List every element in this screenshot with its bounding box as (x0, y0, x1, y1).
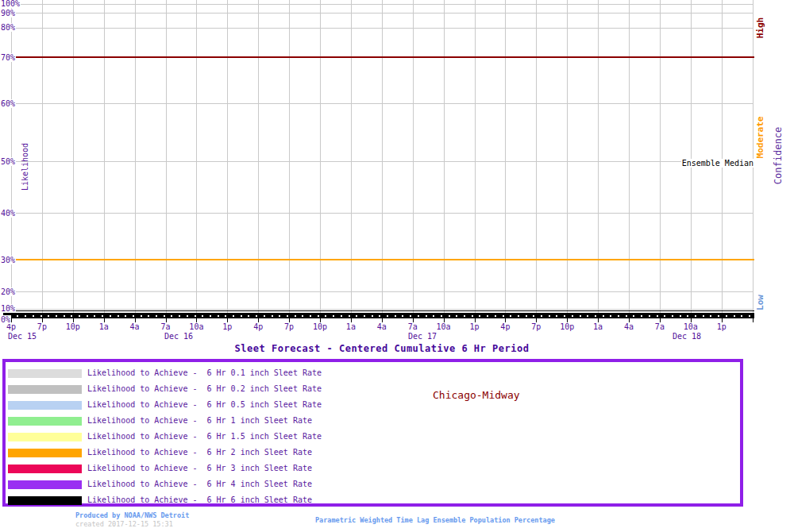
x-tick-label: 4a (369, 322, 395, 332)
vertical-gridline (227, 0, 228, 318)
x-tick-label: 4p (0, 322, 24, 332)
confidence-axis-label: Confidence (773, 127, 784, 184)
x-tick-label: 10p (60, 322, 86, 332)
x-tick-label: 7p (29, 322, 55, 332)
vertical-gridline (444, 0, 445, 318)
vertical-gridline (289, 0, 290, 318)
legend-row: Likelihood to Achieve - 6 Hr 1 inch Slee… (6, 413, 740, 429)
vertical-gridline (196, 0, 197, 318)
legend-label: Likelihood to Achieve - 6 Hr 3 inch Slee… (87, 464, 312, 473)
legend-box: Likelihood to Achieve - 6 Hr 0.1 inch Sl… (2, 359, 743, 507)
y-tick-label: 10% (0, 304, 16, 313)
x-tick-label: 10a (183, 322, 209, 332)
horizontal-gridline (11, 309, 753, 310)
produced-by-text: Produced by NOAA/NWS Detroit (75, 511, 189, 519)
legend-row: Likelihood to Achieve - 6 Hr 0.1 inch Sl… (6, 365, 740, 381)
horizontal-gridline (11, 28, 753, 29)
ensemble-median-line (3, 313, 754, 318)
vertical-gridline (567, 0, 568, 318)
horizontal-gridline (11, 4, 753, 5)
confidence-threshold-line (11, 259, 754, 260)
legend-row: Likelihood to Achieve - 6 Hr 2 inch Slee… (6, 445, 740, 461)
y-tick-label: 0% (0, 315, 11, 324)
confidence-level-label: Moderate (755, 117, 765, 159)
x-tick-label: 1p (214, 322, 240, 332)
y-tick-label: 90% (0, 9, 16, 17)
vertical-gridline (475, 0, 476, 318)
page-title: Sleet Forecast - Centered Cumulative 6 H… (11, 343, 753, 354)
legend-swatch (8, 385, 82, 394)
y-tick-label: 70% (0, 53, 16, 62)
legend-label: Likelihood to Achieve - 6 Hr 0.2 inch Sl… (87, 384, 322, 394)
horizontal-gridline (11, 213, 753, 214)
confidence-level-label: High (755, 17, 765, 39)
method-text: Parametric Weighted Time Lag Ensemble Po… (315, 516, 555, 524)
x-date-label: Dec 15 (8, 332, 37, 341)
legend-swatch (8, 401, 82, 410)
vertical-gridline (258, 0, 259, 318)
x-tick-label: 7a (400, 322, 426, 332)
x-tick-label: 4a (616, 322, 642, 332)
legend-label: Likelihood to Achieve - 6 Hr 1 inch Slee… (87, 416, 312, 426)
x-tick-label: 10a (431, 322, 457, 332)
vertical-gridline (42, 0, 43, 318)
legend-row: Likelihood to Achieve - 6 Hr 6 inch Slee… (6, 492, 740, 508)
y-tick-label: 50% (0, 157, 16, 166)
legend-swatch (8, 433, 82, 441)
x-date-label: Dec 17 (408, 332, 437, 341)
legend-swatch (8, 449, 82, 457)
y-tick-label: 40% (0, 209, 16, 218)
legend-label: Likelihood to Achieve - 6 Hr 0.1 inch Sl… (87, 368, 322, 378)
vertical-gridline (536, 0, 537, 318)
x-tick-label: 1a (585, 322, 611, 332)
vertical-gridline (320, 0, 321, 318)
vertical-gridline (135, 0, 136, 318)
vertical-gridline (351, 0, 352, 318)
y-axis-label: Likelihood (21, 143, 29, 191)
legend-swatch (8, 496, 82, 505)
vertical-gridline (166, 0, 167, 318)
x-tick-label: 1a (91, 322, 117, 332)
x-tick-label: 4p (245, 322, 271, 332)
horizontal-gridline (11, 13, 753, 13)
horizontal-gridline (11, 103, 753, 104)
x-tick-label: 1p (462, 322, 488, 332)
x-tick-label: 4p (492, 322, 518, 332)
created-timestamp: created 2017-12-15 15:31 (75, 520, 173, 528)
legend-row: Likelihood to Achieve - 6 Hr 0.5 inch Sl… (6, 397, 740, 413)
legend-rows: Likelihood to Achieve - 6 Hr 0.1 inch Sl… (6, 365, 740, 508)
vertical-gridline (413, 0, 414, 318)
x-tick-label: 7a (647, 322, 673, 332)
horizontal-gridline (11, 291, 753, 292)
station-label: Chicago-Midway (433, 389, 520, 401)
legend-swatch (8, 480, 82, 489)
horizontal-gridline (11, 161, 753, 162)
x-tick-label: 4a (122, 322, 148, 332)
legend-label: Likelihood to Achieve - 6 Hr 4 inch Slee… (87, 480, 312, 489)
y-tick-label: 100% (0, 0, 21, 8)
sleet-forecast-chart: 100%90%80%70%60%50%40%30%20%10%0%4p7p10p… (0, 0, 794, 532)
legend-label: Likelihood to Achieve - 6 Hr 1.5 inch Sl… (87, 432, 322, 441)
y-tick-label: 80% (0, 23, 16, 32)
vertical-gridline (598, 0, 599, 318)
x-tick-label: 7p (276, 322, 302, 332)
legend-row: Likelihood to Achieve - 6 Hr 4 inch Slee… (6, 476, 740, 492)
y-tick-label: 60% (0, 99, 16, 108)
vertical-gridline (73, 0, 74, 318)
legend-row: Likelihood to Achieve - 6 Hr 1.5 inch Sl… (6, 429, 740, 445)
ensemble-median-line-top (3, 310, 754, 312)
x-tick-label: 7a (153, 322, 179, 332)
x-tick-label: 7p (523, 322, 549, 332)
vertical-gridline (505, 0, 506, 318)
ensemble-median-legend-label: Ensemble Median (681, 159, 754, 168)
vertical-gridline (629, 0, 630, 318)
x-tick-label: 1a (338, 322, 364, 332)
y-tick-label: 20% (0, 287, 16, 296)
x-date-label: Dec 18 (673, 332, 701, 341)
legend-label: Likelihood to Achieve - 6 Hr 2 inch Slee… (87, 448, 312, 457)
legend-label: Likelihood to Achieve - 6 Hr 0.5 inch Sl… (87, 400, 322, 410)
legend-swatch (8, 465, 82, 473)
legend-label: Likelihood to Achieve - 6 Hr 6 inch Slee… (87, 495, 312, 505)
legend-row: Likelihood to Achieve - 6 Hr 0.2 inch Sl… (6, 381, 740, 397)
y-tick-label: 30% (0, 256, 16, 264)
